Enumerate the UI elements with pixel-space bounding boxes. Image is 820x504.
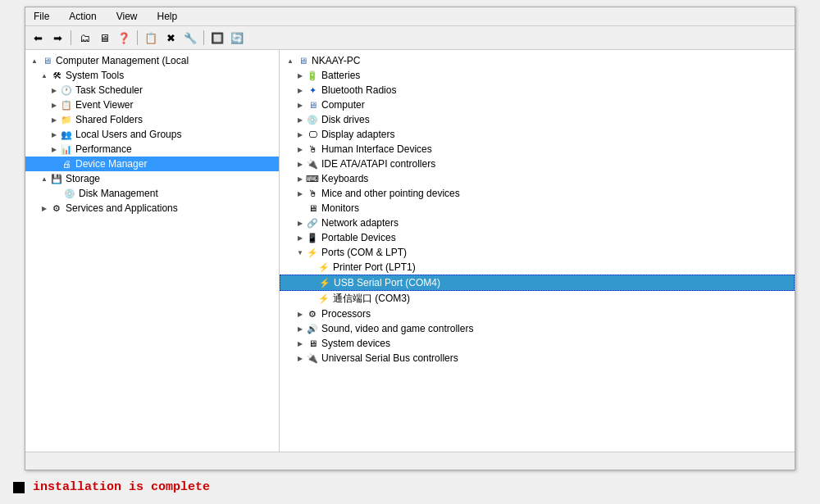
system-tools-arrow: ▲: [39, 72, 50, 79]
left-storage[interactable]: ▲ 💾 Storage: [25, 171, 279, 186]
left-services[interactable]: ▶ ⚙ Services and Applications: [25, 201, 279, 216]
right-bluetooth[interactable]: ▶ ✦ Bluetooth Radios: [280, 83, 795, 98]
right-ide[interactable]: ▶ 🔌 IDE ATA/ATAPI controllers: [280, 157, 795, 171]
sound-label: Sound, video and game controllers: [321, 323, 473, 334]
right-disk-drives[interactable]: ▶ 💿 Disk drives: [280, 112, 795, 127]
left-shared-folders[interactable]: ▶ 📁 Shared Folders: [25, 112, 279, 127]
back-button[interactable]: ⬅: [29, 29, 47, 47]
event-viewer-label: Event Viewer: [75, 99, 133, 111]
show-hide-tree-button[interactable]: 🗂: [75, 29, 93, 47]
left-pane: ▲ 🖥 Computer Management (Local ▲ 🛠 Syste…: [25, 50, 280, 452]
mice-icon: 🖱: [306, 187, 319, 200]
usb-controllers-icon: 🔌: [306, 352, 319, 365]
properties2-button[interactable]: 🔧: [181, 29, 199, 47]
right-printer-port[interactable]: ⚡ Printer Port (LPT1): [280, 260, 795, 275]
storage-arrow: ▲: [39, 175, 50, 183]
right-computer[interactable]: ▶ 🖥 Computer: [280, 98, 795, 112]
right-root[interactable]: ▲ 🖥 NKAAY-PC: [280, 53, 795, 68]
monitors-icon: 🖥: [306, 202, 319, 215]
display-adapters-arrow: ▶: [294, 131, 306, 138]
left-event-viewer[interactable]: ▶ 📋 Event Viewer: [25, 98, 279, 112]
ide-arrow: ▶: [294, 161, 306, 168]
processors-arrow: ▶: [294, 311, 306, 318]
help-button[interactable]: ❓: [115, 29, 133, 47]
shared-folders-arrow: ▶: [48, 116, 60, 124]
usb-controllers-arrow: ▶: [294, 355, 306, 362]
main-window: File Action View Help ⬅ ➡ 🗂 🖥 ❓ 📋 ✖ 🔧 🔲 …: [25, 7, 795, 470]
device-manager-label: Device Manager: [75, 158, 147, 170]
refresh-button[interactable]: 🔄: [228, 29, 246, 47]
system-devices-arrow: ▶: [294, 340, 306, 347]
toolbar-sep2: [137, 30, 138, 45]
left-task-scheduler[interactable]: ▶ 🕐 Task Scheduler: [25, 83, 279, 98]
status-bar: [25, 452, 795, 470]
right-display-adapters[interactable]: ▶ 🖵 Display adapters: [280, 127, 795, 142]
ports-label: Ports (COM & LPT): [321, 247, 407, 258]
status-indicator-icon: [13, 482, 25, 493]
storage-icon: 💾: [50, 172, 63, 185]
services-icon: ⚙: [50, 202, 63, 215]
usb-serial-icon: ⚡: [318, 276, 331, 289]
left-disk-management[interactable]: 💿 Disk Management: [25, 186, 279, 201]
right-keyboards[interactable]: ▶ ⌨ Keyboards: [280, 171, 795, 186]
right-hid[interactable]: ▶ 🖱 Human Interface Devices: [280, 142, 795, 157]
services-label: Services and Applications: [66, 202, 178, 214]
portable-icon: 📱: [306, 231, 319, 244]
hid-icon: 🖱: [306, 143, 319, 156]
app-window: File Action View Help ⬅ ➡ 🗂 🖥 ❓ 📋 ✖ 🔧 🔲 …: [0, 7, 820, 504]
system-devices-label: System devices: [321, 338, 390, 349]
menu-view[interactable]: View: [112, 9, 143, 24]
network-icon: 🔗: [306, 216, 319, 229]
left-system-tools[interactable]: ▲ 🛠 System Tools: [25, 68, 279, 83]
right-com3[interactable]: ⚡ 通信端口 (COM3): [280, 291, 795, 306]
right-portable[interactable]: ▶ 📱 Portable Devices: [280, 230, 795, 245]
right-usb-serial[interactable]: ⚡ USB Serial Port (COM4): [280, 275, 795, 291]
right-usb-controllers[interactable]: ▶ 🔌 Universal Serial Bus controllers: [280, 351, 795, 366]
disk-mgmt-label: Disk Management: [79, 188, 158, 199]
monitors-label: Monitors: [321, 202, 359, 214]
right-processors[interactable]: ▶ ⚙ Processors: [280, 306, 795, 321]
com3-icon: ⚡: [317, 293, 330, 306]
task-scheduler-icon: 🕐: [60, 84, 73, 97]
export-button[interactable]: 📋: [142, 29, 160, 47]
right-batteries[interactable]: ▶ 🔋 Batteries: [280, 68, 795, 83]
right-sound[interactable]: ▶ 🔊 Sound, video and game controllers: [280, 321, 795, 336]
event-viewer-icon: 📋: [60, 98, 73, 111]
left-local-users[interactable]: ▶ 👥 Local Users and Groups: [25, 127, 279, 142]
network-arrow: ▶: [294, 220, 306, 227]
forward-button[interactable]: ➡: [48, 29, 66, 47]
right-ports[interactable]: ▼ ⚡ Ports (COM & LPT): [280, 245, 795, 260]
ide-label: IDE ATA/ATAPI controllers: [321, 158, 435, 170]
right-mice[interactable]: ▶ 🖱 Mice and other pointing devices: [280, 186, 795, 201]
display-adapters-icon: 🖵: [306, 128, 319, 141]
left-device-manager[interactable]: 🖨 Device Manager: [25, 157, 279, 171]
left-root-label: Computer Management (Local: [56, 55, 189, 66]
disk-drives-arrow: ▶: [294, 116, 306, 124]
system-devices-icon: 🖥: [306, 337, 319, 350]
right-monitors[interactable]: 🖥 Monitors: [280, 201, 795, 216]
delete-button[interactable]: ✖: [162, 29, 180, 47]
right-network[interactable]: ▶ 🔗 Network adapters: [280, 216, 795, 230]
sound-arrow: ▶: [294, 325, 306, 333]
printer-port-icon: ⚡: [317, 261, 330, 274]
computer-mgmt-icon: 🖥: [40, 54, 53, 67]
left-root[interactable]: ▲ 🖥 Computer Management (Local: [25, 53, 279, 68]
new-window-button[interactable]: 🔲: [208, 29, 226, 47]
right-system-devices[interactable]: ▶ 🖥 System devices: [280, 336, 795, 351]
local-users-arrow: ▶: [48, 131, 60, 138]
content-area: ▲ 🖥 Computer Management (Local ▲ 🛠 Syste…: [25, 50, 795, 452]
batteries-label: Batteries: [321, 70, 360, 81]
menu-action[interactable]: Action: [64, 9, 101, 24]
menu-help[interactable]: Help: [153, 9, 183, 24]
menu-file[interactable]: File: [29, 9, 54, 24]
properties-button[interactable]: 🖥: [95, 29, 113, 47]
installation-status-text: installation is complete: [33, 480, 210, 494]
display-adapters-label: Display adapters: [321, 129, 394, 140]
computer-icon: 🖥: [306, 98, 319, 111]
performance-icon: 📊: [60, 143, 73, 156]
system-tools-icon: 🛠: [50, 69, 63, 82]
nkaay-pc-icon: 🖥: [296, 54, 309, 67]
left-performance[interactable]: ▶ 📊 Performance: [25, 142, 279, 157]
usb-serial-label: USB Serial Port (COM4): [334, 277, 440, 288]
mice-arrow: ▶: [294, 190, 306, 198]
